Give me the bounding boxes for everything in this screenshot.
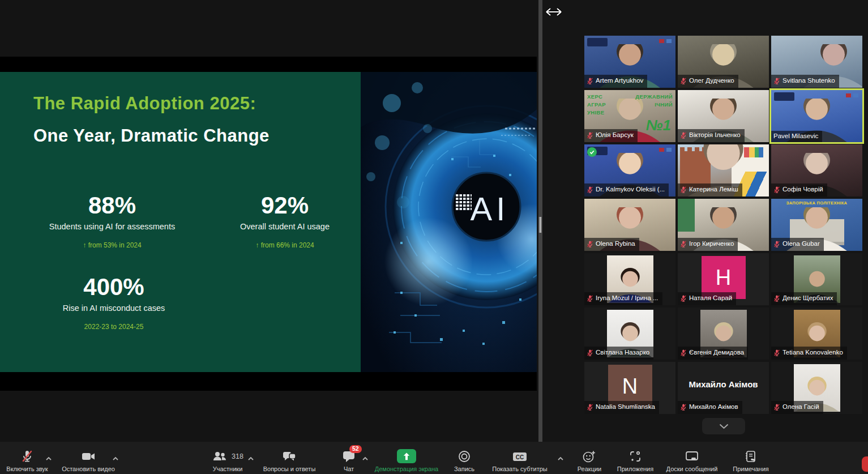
- muted-mic-icon: [773, 77, 780, 85]
- participant-tile[interactable]: Svitlana Shutenko: [771, 36, 862, 88]
- mic-muted-icon: [20, 449, 35, 464]
- participant-name: Artem Artyukhov: [596, 78, 643, 84]
- muted-mic-icon: [773, 349, 780, 357]
- participant-name: Денис Щербатих: [783, 295, 833, 302]
- participant-name: Вікторія Ільченко: [689, 132, 741, 139]
- participant-name: Юлія Барсук: [596, 132, 634, 139]
- participant-tile[interactable]: Dr. Kalmykov Oleksii (...: [584, 144, 675, 197]
- participant-name: Ігор Кириченко: [689, 241, 734, 247]
- participant-name: Pavel Milasevic: [773, 133, 818, 140]
- participant-name-label: Юлія Барсук: [584, 129, 638, 142]
- participant-tile[interactable]: Софія Човрій: [771, 144, 862, 197]
- participant-name-label: Artem Artyukhov: [584, 75, 647, 88]
- gallery-panel: Artem Artyukhov Олег Дудченко Svitlana S…: [542, 0, 868, 442]
- chevron-down-icon: [719, 424, 729, 429]
- toolbar-button-notes[interactable]: Примечания: [705, 449, 796, 472]
- participant-name-label: Олена Гасій: [771, 401, 823, 414]
- muted-mic-icon: [773, 186, 780, 194]
- gallery-more-button[interactable]: [702, 418, 745, 434]
- participant-gallery: Artem Artyukhov Олег Дудченко Svitlana S…: [584, 36, 862, 414]
- participant-name-label: Катерина Леміш: [678, 183, 742, 197]
- zoom-meeting-window: { "slide": { "title": "The Rapid Adoptio…: [0, 0, 868, 474]
- stat-value: 92%: [191, 193, 378, 218]
- participant-name-label: Ігор Кириченко: [678, 238, 738, 251]
- muted-mic-icon: [773, 240, 780, 248]
- whiteboard-icon: [684, 449, 700, 464]
- participant-tile[interactable]: Iryna Mozul / Ірина ...: [584, 253, 675, 305]
- participant-tile[interactable]: Pavel Milasevic: [771, 90, 862, 142]
- participant-name-label: Dr. Kalmykov Oleksii (...: [584, 183, 669, 197]
- participant-name: Olena Gubar: [783, 241, 820, 247]
- toolbar-label: Участники: [213, 466, 243, 472]
- slide-subtitle: One Year, Dramatic Change: [33, 126, 270, 146]
- participant-tile[interactable]: Ігор Кириченко: [678, 199, 769, 251]
- video-camera-icon: [80, 449, 96, 464]
- check-badge-icon: [587, 147, 597, 157]
- divider-drag-handle-icon[interactable]: [539, 217, 541, 233]
- stat-value: 88%: [19, 193, 206, 218]
- participant-tile[interactable]: Olena Rybina: [584, 199, 675, 251]
- participant-tile[interactable]: Олена Гасій: [771, 362, 862, 414]
- muted-mic-icon: [587, 240, 593, 248]
- participant-tile[interactable]: Олег Дудченко: [678, 36, 769, 88]
- participant-tile[interactable]: ХЕРСДЕРЖАВНИЙАГРАРІЧНИЙУНІВЕ№1 Юлія Барс…: [584, 90, 675, 142]
- participant-tile[interactable]: NNatalia Shumlianska: [584, 362, 675, 414]
- participant-name-label: Olena Rybina: [584, 238, 639, 251]
- participant-tile[interactable]: Євгенія Демидова: [678, 308, 769, 360]
- muted-mic-icon: [587, 403, 593, 411]
- participant-tile[interactable]: Михайло АкімовМихайло Акімов: [678, 362, 769, 414]
- participant-name: Олена Гасій: [783, 404, 819, 411]
- share-screen-icon: [397, 449, 416, 463]
- muted-mic-icon: [680, 186, 687, 194]
- toolbar-label: Запись: [454, 466, 474, 472]
- toolbar-button-stop-video[interactable]: Остановить видео: [43, 449, 134, 472]
- meeting-toolbar: Включить звукОстановить видео318Участник…: [0, 442, 868, 474]
- participant-tile[interactable]: ЗАПОРІЗЬКА ПОЛІТЕХНІКА Olena Gubar: [771, 199, 862, 251]
- participant-tile[interactable]: Світлана Назарко: [584, 308, 675, 360]
- muted-mic-icon: [587, 131, 593, 139]
- muted-mic-icon: [680, 294, 687, 302]
- participant-tile[interactable]: Катерина Леміш: [678, 144, 769, 197]
- participant-name-label: Світлана Назарко: [584, 347, 653, 360]
- toolbar-label: Чат: [344, 466, 354, 472]
- horizontal-resize-cursor-icon: [545, 5, 563, 19]
- muted-mic-icon: [680, 77, 687, 85]
- participant-tile[interactable]: Artem Artyukhov: [584, 36, 675, 88]
- participant-name: Катерина Леміш: [689, 186, 738, 193]
- apps-icon: [628, 449, 643, 464]
- end-meeting-button[interactable]: [862, 456, 868, 472]
- presentation-slide: AI The Rapid Adoption 2025: One Year, Dr…: [0, 72, 537, 372]
- participant-tile[interactable]: Вікторія Ільченко: [678, 90, 769, 142]
- stat-overall-usage: 92% Overall student AI usage ↑ from 66% …: [191, 193, 378, 249]
- chevron-up-icon[interactable]: [112, 453, 119, 463]
- participant-tile[interactable]: Денис Щербатих: [771, 253, 862, 305]
- participant-name: Наталя Сарай: [689, 295, 732, 302]
- participant-tile[interactable]: Tetiana Konovalenko: [771, 308, 862, 360]
- participant-tile[interactable]: HНаталя Сарай: [678, 253, 769, 305]
- stat-note: ↑ from 66% in 2024: [191, 241, 378, 249]
- partner-logos: [659, 148, 672, 152]
- participant-name: Олег Дудченко: [689, 78, 734, 84]
- participant-name: Olena Rybina: [596, 241, 635, 247]
- chat-unread-badge: 52: [349, 445, 362, 454]
- ai-label: AI: [471, 190, 510, 227]
- participant-name: Tetiana Konovalenko: [783, 349, 843, 356]
- participants-icon: [212, 449, 228, 464]
- muted-mic-icon: [680, 403, 687, 411]
- muted-mic-icon: [773, 403, 780, 411]
- participant-name-label: Iryna Mozul / Ірина ...: [584, 292, 662, 305]
- participant-name: Dr. Kalmykov Oleksii (...: [596, 186, 665, 193]
- muted-mic-icon: [680, 240, 687, 248]
- participant-name-label: Svitlana Shutenko: [771, 75, 839, 88]
- stat-value: 400%: [20, 275, 207, 300]
- participant-name: Євгенія Демидова: [689, 349, 744, 356]
- participant-name: Софія Човрій: [783, 186, 823, 193]
- stat-caption: Rise in AI misconduct cases: [20, 304, 207, 313]
- toolbar-label: Остановить видео: [62, 466, 115, 472]
- muted-mic-icon: [587, 77, 593, 85]
- participant-display-name: Михайло Акімов: [678, 379, 769, 389]
- shared-screen-letterbox: AI The Rapid Adoption 2025: One Year, Dr…: [0, 57, 537, 391]
- stat-note: 2022-23 to 2024-25: [20, 323, 207, 331]
- participant-name-label: Pavel Milasevic: [771, 131, 822, 143]
- panel-resize-divider[interactable]: [538, 0, 542, 450]
